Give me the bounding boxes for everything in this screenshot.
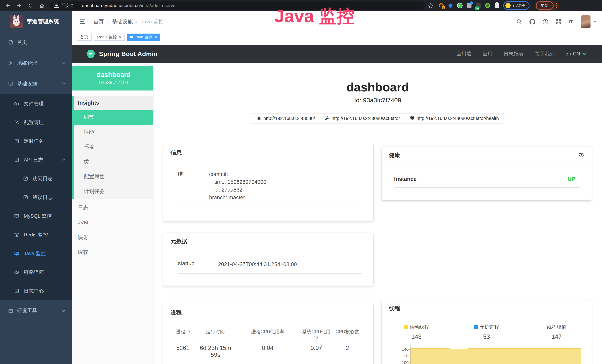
sidebar-item-api-log[interactable]: API 日志 [0,150,72,169]
sba-nav-about[interactable]: 关于我们 [535,50,555,57]
daemon-threads-value: 53 [452,333,522,340]
reload-icon[interactable] [28,3,33,8]
edit-icon [14,120,19,125]
metadata-row-value: 2021-04-27T00:44:31.254+08:00 [218,260,362,268]
live-threads-value: 143 [382,333,452,340]
sba-menu-jvm[interactable]: JVM [72,215,153,230]
extension-grid-icon[interactable] [466,3,472,9]
github-icon[interactable] [529,19,536,25]
health-url-button[interactable]: http://192.168.0.2:48080/actuator/health [405,113,504,124]
history-icon[interactable] [579,152,584,158]
search-icon[interactable] [516,19,522,25]
sidebar-item-java[interactable]: Java 监控 [0,244,72,263]
url-host: dashboard.yudao.iocoder.cn [82,3,140,8]
process-header: 进程CPU使用率 [236,329,300,341]
sba-menu-env[interactable]: 环境 [74,139,153,154]
sidebar-item-system[interactable]: 系统管理 [0,53,72,74]
instance-id: Id: 93a3fc7f7409 [153,95,602,105]
sidebar-item-mysql[interactable]: MySQL 监控 [0,207,72,225]
tags-bar: 首页 Redis 监控× Java 监控× [72,32,602,42]
tag-java[interactable]: Java 监控× [127,33,160,41]
threads-card-title: 线程 [382,300,592,317]
sidebar-item-trace[interactable]: 链路追踪 [0,263,72,281]
chevron-up-icon [62,158,65,162]
extension-leaf-icon[interactable] [485,3,491,9]
fullscreen-icon[interactable] [556,19,561,25]
browser-menu-icon[interactable] [556,3,557,8]
security-warning: 不安全 [54,3,74,9]
info-row-value: commit: time: 1596289704000 id: 27aa832 … [209,170,362,201]
sidebar-item-file[interactable]: 文件管理 [0,94,72,113]
home-icon[interactable] [39,3,44,8]
forward-icon[interactable] [17,3,22,8]
tag-home[interactable]: 首页 [77,33,92,41]
extension-switchyomega-icon[interactable]: on [475,3,481,9]
extension-pin-icon[interactable] [448,3,453,9]
help-icon[interactable] [542,19,548,25]
sba-nav-applications[interactable]: 应用 [483,50,493,57]
url-bar[interactable]: 不安全 dashboard.yudao.iocoder.cn/infra/adm… [50,1,425,10]
sidebar-item-access-log[interactable]: 访问日志 [0,169,72,188]
sba-menu-metrics[interactable]: 性能 [74,125,153,139]
process-value: 2 [333,344,362,358]
sidebar-item-redis[interactable]: Redis 监控 [0,225,72,244]
sidebar-item-config[interactable]: 配置管理 [0,113,72,132]
page: 不安全 dashboard.yudao.iocoder.cn/infra/adm… [0,0,602,364]
update-button[interactable]: 更新 [536,1,554,10]
logo-image [10,15,23,28]
hamburger-icon[interactable] [77,20,88,24]
legend-swatch [404,325,408,329]
paused-badge[interactable]: 已暂停 [503,1,529,10]
sba-nav-wall[interactable]: 应用墙 [456,50,471,57]
doc-edit-icon [14,157,19,162]
sba-menu-mappings[interactable]: 映射 [72,230,153,245]
info-row-label: git [178,170,209,201]
sidebar-item-home[interactable]: 首页 [0,32,72,53]
sba-menu-scheduled[interactable]: 计划任务 [74,184,153,199]
sidebar-item-error-log[interactable]: 错误日志 [0,188,72,207]
sba-brand[interactable]: Spring Boot Admin [86,50,157,58]
process-card-title: 进程 [163,304,373,321]
sba-menu-logfile[interactable]: 日志 [72,200,153,215]
process-value: 0.07 [300,344,333,358]
tag-redis[interactable]: Redis 监控× [94,33,125,41]
breadcrumb-home[interactable]: 首页 [93,18,104,25]
sba-menu-details[interactable]: 细节 [74,110,153,125]
health-status: UP [568,176,575,182]
doc-edit-icon [23,195,28,200]
sba-nav-journal[interactable]: 日志报表 [504,50,524,57]
emoji-icon [505,3,511,8]
close-icon[interactable]: × [155,35,157,39]
sba-menu-configprops[interactable]: 配置属性 [74,169,153,184]
sidebar-item-devtools[interactable]: 研发工具 [0,300,72,321]
extension-puzzle-icon[interactable] [494,3,500,9]
peak-threads-value: 147 [522,333,592,340]
sidebar-item-job[interactable]: 定时任务 [0,132,72,150]
chevron-up-icon [62,83,65,86]
infra-icon [8,81,13,86]
process-header: CPU核心数 [333,329,362,341]
breadcrumb: 首页 / 基础设施 / Java 监控 [93,18,164,25]
sba-language-select[interactable]: zh-CN [566,51,585,57]
bookmark-star-icon[interactable] [428,3,433,8]
sba-menu-classes[interactable]: 类 [74,154,153,169]
sba-app-header[interactable]: dashboard 93a3fc7f7409 [72,66,153,90]
breadcrumb-infra[interactable]: 基础设施 [112,18,133,25]
sba-menu-caches[interactable]: 缓存 [72,245,153,260]
metadata-card-title: 元数据 [163,233,373,250]
paused-label: 已暂停 [513,3,525,8]
user-menu[interactable] [581,15,597,28]
sidebar-item-infra[interactable]: 基础设施 [0,74,72,94]
app-logo[interactable]: 芋道管理系统 [0,11,72,32]
back-icon[interactable] [5,3,10,8]
extension-colorzilla-icon[interactable]: 1 [438,3,444,9]
legend-peak-threads: 线程峰值 [522,324,592,330]
extension-y-icon[interactable]: y [457,3,463,9]
health-card-title: 健康 [389,151,400,159]
close-icon[interactable]: × [119,35,121,39]
service-url-button[interactable]: http://192.168.0.2:48080/ [252,113,320,124]
sidebar-item-log-center[interactable]: 日志中心 [0,281,72,300]
font-size-icon[interactable]: tT [569,19,573,25]
actuator-url-button[interactable]: http://192.168.0.2:48080/actuator [320,113,405,124]
page-title: dashboard [153,80,602,95]
